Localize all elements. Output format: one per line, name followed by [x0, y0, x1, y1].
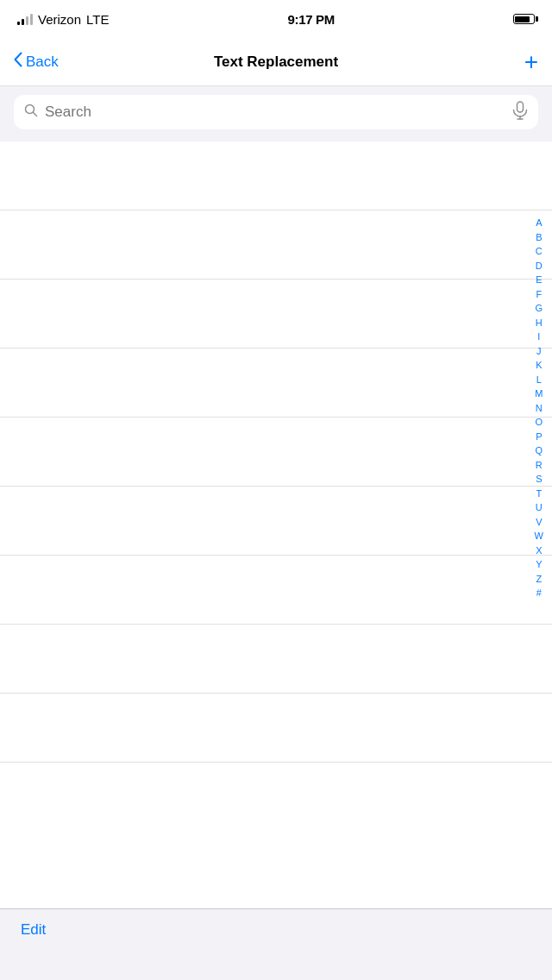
- search-input[interactable]: [45, 104, 505, 121]
- search-container: [0, 86, 552, 141]
- search-icon: [24, 104, 38, 121]
- alpha-letter-b[interactable]: B: [532, 230, 545, 245]
- alpha-letter-m[interactable]: M: [531, 386, 546, 401]
- alpha-letter-x[interactable]: X: [532, 543, 545, 558]
- alpha-letter-h[interactable]: H: [532, 316, 546, 330]
- list-area: [0, 141, 552, 763]
- mic-icon[interactable]: [512, 101, 528, 124]
- bottom-toolbar: Edit: [0, 908, 552, 980]
- alpha-letter-c[interactable]: C: [532, 244, 546, 259]
- carrier-label: Verizon: [38, 12, 81, 27]
- status-time: 9:17 PM: [287, 12, 335, 27]
- list-row: [0, 625, 552, 694]
- svg-rect-2: [518, 102, 524, 112]
- alpha-letter-w[interactable]: W: [531, 529, 547, 543]
- status-right: [513, 14, 535, 24]
- list-row: [0, 141, 552, 210]
- back-label: Back: [26, 53, 59, 71]
- edit-button[interactable]: Edit: [21, 921, 46, 939]
- status-left: Verizon LTE: [17, 12, 109, 27]
- list-row: [0, 418, 552, 487]
- battery-icon: [513, 14, 535, 24]
- search-bar: [14, 95, 538, 129]
- list-row: [0, 280, 552, 349]
- list-row: [0, 487, 552, 556]
- alpha-letter-d[interactable]: D: [532, 259, 546, 273]
- alpha-letter-o[interactable]: O: [532, 415, 547, 430]
- alpha-letter-y[interactable]: Y: [532, 557, 545, 572]
- alpha-letter-p[interactable]: P: [532, 430, 545, 444]
- battery-fill: [515, 16, 530, 22]
- back-button[interactable]: Back: [14, 52, 83, 72]
- chevron-left-icon: [14, 52, 22, 72]
- alpha-letter-#[interactable]: #: [533, 586, 545, 600]
- alpha-letter-s[interactable]: S: [532, 472, 545, 487]
- alpha-letter-k[interactable]: K: [532, 358, 545, 373]
- list-row: [0, 349, 552, 418]
- alpha-letter-z[interactable]: Z: [532, 572, 545, 587]
- alpha-letter-i[interactable]: I: [534, 330, 543, 344]
- alpha-letter-u[interactable]: U: [532, 500, 546, 515]
- svg-line-1: [34, 113, 37, 116]
- add-button[interactable]: +: [469, 50, 538, 74]
- alphabet-index[interactable]: ABCDEFGHIJKLMNOPQRSTUVWXYZ#: [531, 216, 547, 600]
- alpha-letter-q[interactable]: Q: [532, 443, 547, 458]
- list-row: [0, 556, 552, 625]
- list-row: [0, 210, 552, 280]
- page-title: Text Replacement: [83, 53, 469, 71]
- status-bar: Verizon LTE 9:17 PM: [0, 0, 552, 38]
- alpha-letter-g[interactable]: G: [532, 301, 547, 316]
- list-row: [0, 694, 552, 763]
- alpha-letter-v[interactable]: V: [532, 515, 545, 530]
- signal-icon: [17, 13, 33, 25]
- alpha-letter-e[interactable]: E: [532, 273, 545, 287]
- alpha-letter-t[interactable]: T: [532, 487, 545, 501]
- alpha-letter-f[interactable]: F: [532, 287, 545, 302]
- alpha-letter-l[interactable]: L: [533, 373, 545, 387]
- nav-bar: Back Text Replacement +: [0, 38, 552, 86]
- alpha-letter-n[interactable]: N: [532, 401, 546, 416]
- network-label: LTE: [86, 12, 109, 27]
- alpha-letter-r[interactable]: R: [532, 458, 546, 473]
- alpha-letter-a[interactable]: A: [532, 216, 545, 230]
- alpha-letter-j[interactable]: J: [533, 344, 545, 359]
